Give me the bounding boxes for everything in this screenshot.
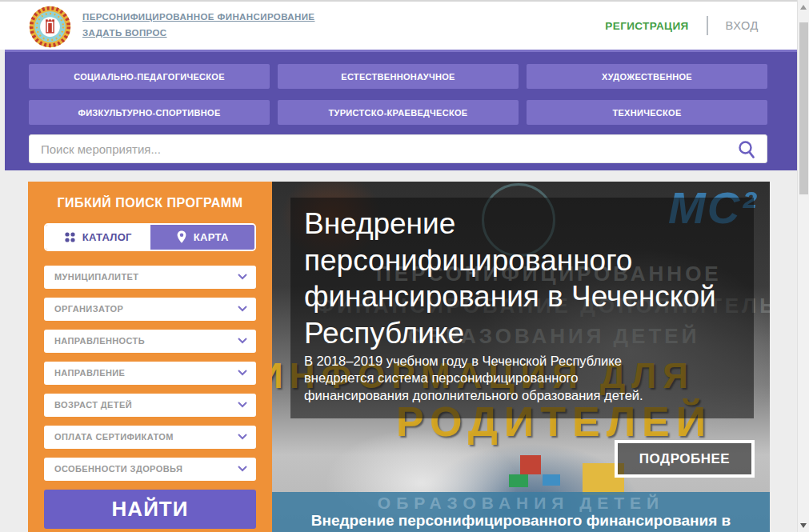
personified-financing-link[interactable]: ПЕРСОНИФИЦИРОВАННОЕ ФИНАНСИРОВАНИЕ — [82, 12, 314, 22]
chevron-down-icon — [238, 466, 247, 472]
category-nav: СОЦИАЛЬНО-ПЕДАГОГИЧЕСКОЕ ЕСТЕСТВЕННОНАУЧ… — [5, 50, 798, 170]
filter-label: ОСОБЕННОСТИ ЗДОРОВЬЯ — [54, 458, 182, 481]
caption-watermark: ОБРАЗОВАНИЯ ДЕТЕЙ — [272, 494, 770, 513]
scrollbar-up-arrow-icon[interactable] — [800, 5, 807, 10]
page-scrollbar — [797, 0, 809, 532]
flexible-search-sidebar: ГИБКИЙ ПОИСК ПРОГРАММ КАТАЛОГ КАРТА МУНИ… — [28, 182, 272, 532]
page: ПЕРСОНИФИЦИРОВАННОЕ ФИНАНСИРОВАНИЕ ЗАДАТ… — [0, 0, 809, 532]
filter-label: НАПРАВЛЕНИЕ — [54, 362, 125, 385]
caption-title: Внедрение персонифицированного финансиро… — [272, 512, 770, 532]
grid-icon — [64, 231, 76, 243]
toy-block-green — [509, 474, 528, 487]
map-pin-icon — [176, 230, 187, 244]
auth-divider — [707, 16, 708, 35]
tab-map-label: КАРТА — [194, 231, 229, 243]
category-artistic[interactable]: ХУДОЖЕСТВЕННОЕ — [527, 64, 767, 89]
filter-list: МУНИЦИПАЛИТЕТ ОРГАНИЗАТОР НАПРАВЛЕННОСТЬ… — [44, 266, 256, 490]
filter-health-features[interactable]: ОСОБЕННОСТИ ЗДОРОВЬЯ — [44, 458, 256, 481]
filter-label: ОПЛАТА СЕРТИФИКАТОМ — [54, 426, 174, 449]
category-natural-science[interactable]: ЕСТЕСТВЕННОНАУЧНОЕ — [278, 64, 519, 89]
filter-label: МУНИЦИПАЛИТЕТ — [54, 266, 138, 289]
category-grid: СОЦИАЛЬНО-ПЕДАГОГИЧЕСКОЕ ЕСТЕСТВЕННОНАУЧ… — [29, 64, 767, 125]
sidebar-title: ГИБКИЙ ПОИСК ПРОГРАММ — [28, 196, 272, 210]
chevron-down-icon — [238, 274, 247, 280]
view-tabs: КАТАЛОГ КАРТА — [44, 223, 256, 251]
event-search — [29, 134, 767, 163]
filter-municipality[interactable]: МУНИЦИПАЛИТЕТ — [44, 266, 256, 289]
filter-label: НАПРАВЛЕННОСТЬ — [54, 330, 145, 353]
tab-catalog-label: КАТАЛОГ — [82, 231, 132, 243]
search-icon[interactable] — [736, 139, 757, 160]
filter-organizer[interactable]: ОРГАНИЗАТОР — [44, 298, 256, 321]
hero-banner: MC² ПЕРСОНИФИЦИРОВАННОЕ ФИНАНСИРОВАНИЕ Д… — [272, 182, 770, 532]
filter-label: ВОЗРАСТ ДЕТЕЙ — [54, 394, 132, 417]
toy-block-red — [520, 455, 541, 474]
filter-children-age[interactable]: ВОЗРАСТ ДЕТЕЙ — [44, 394, 256, 417]
chevron-down-icon — [238, 434, 247, 440]
scrollbar-down-arrow-icon[interactable] — [800, 523, 807, 528]
filter-label: ОРГАНИЗАТОР — [54, 298, 123, 321]
category-technical[interactable]: ТЕХНИЧЕСКОЕ — [527, 100, 767, 125]
chechen-emblem-logo[interactable] — [28, 5, 72, 49]
chevron-down-icon — [238, 402, 247, 408]
category-tourism-local[interactable]: ТУРИСТСКО-КРАЕВЕДЧЕСКОЕ — [278, 100, 519, 125]
ask-question-link[interactable]: ЗАДАТЬ ВОПРОС — [82, 28, 314, 38]
hero-description: В 2018–2019 учебном году в Чеченской Рес… — [304, 353, 656, 404]
search-input[interactable] — [30, 135, 745, 162]
login-link[interactable]: ВХОД — [726, 19, 759, 32]
chevron-down-icon — [238, 370, 247, 376]
header: ПЕРСОНИФИЦИРОВАННОЕ ФИНАНСИРОВАНИЕ ЗАДАТ… — [0, 2, 797, 50]
registration-link[interactable]: РЕГИСТРАЦИЯ — [605, 20, 688, 32]
auth-block: РЕГИСТРАЦИЯ ВХОД — [605, 2, 759, 50]
chevron-down-icon — [238, 306, 247, 312]
scrollbar-thumb[interactable] — [799, 22, 808, 194]
tab-catalog[interactable]: КАТАЛОГ — [46, 225, 150, 250]
header-links: ПЕРСОНИФИЦИРОВАННОЕ ФИНАНСИРОВАНИЕ ЗАДАТ… — [82, 12, 314, 38]
filter-orientation[interactable]: НАПРАВЛЕННОСТЬ — [44, 330, 256, 353]
tab-map[interactable]: КАРТА — [150, 225, 255, 250]
chevron-down-icon — [238, 338, 247, 344]
more-details-button[interactable]: ПОДРОБНЕЕ — [615, 440, 755, 478]
hero-title: Внедрение персонифицированного финансиро… — [304, 206, 740, 351]
toy-block-blue — [543, 474, 560, 486]
category-social-pedagogical[interactable]: СОЦИАЛЬНО-ПЕДАГОГИЧЕСКОЕ — [29, 64, 270, 89]
find-button[interactable]: НАЙТИ — [44, 490, 256, 529]
category-physical-sports[interactable]: ФИЗКУЛЬТУРНО-СПОРТИВНОЕ — [29, 100, 270, 125]
emblem-icon — [28, 5, 72, 49]
filter-certificate-payment[interactable]: ОПЛАТА СЕРТИФИКАТОМ — [44, 426, 256, 449]
carousel-caption[interactable]: ОБРАЗОВАНИЯ ДЕТЕЙ Внедрение персонифицир… — [272, 492, 770, 532]
filter-direction[interactable]: НАПРАВЛЕНИЕ — [44, 362, 256, 385]
